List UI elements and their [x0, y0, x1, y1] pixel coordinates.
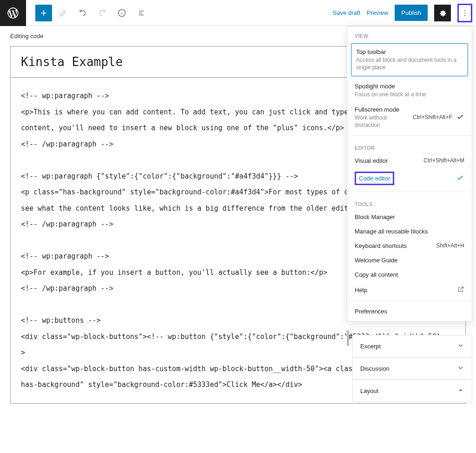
menu-keyboard-shortcuts-shortcut: Shift+Alt+H [436, 242, 464, 249]
options-dropdown: VIEW Top toolbar Access all block and do… [347, 26, 472, 322]
undo-icon [78, 8, 87, 18]
panel-layout-label: Layout [360, 387, 378, 394]
menu-code-editor[interactable]: Code editor [347, 168, 472, 189]
panel-excerpt-label: Excerpt [360, 343, 381, 350]
info-button[interactable] [113, 5, 130, 21]
add-block-button[interactable] [35, 5, 52, 21]
plus-icon [39, 8, 48, 18]
menu-top-toolbar-title: Top toolbar [356, 48, 463, 55]
section-label-view: VIEW [347, 27, 472, 41]
svg-point-3 [464, 15, 465, 16]
menu-block-manager-title: Block Manager [355, 213, 464, 220]
toolbar-left [26, 5, 150, 21]
list-icon [137, 8, 146, 18]
check-icon [456, 113, 464, 122]
editing-code-label: Editing code [10, 33, 44, 40]
svg-point-1 [464, 10, 465, 11]
chevron-down-icon [457, 364, 464, 373]
panel-discussion-label: Discussion [360, 365, 390, 372]
publish-button[interactable]: Publish [395, 5, 428, 21]
menu-help-title: Help [355, 286, 453, 293]
pencil-icon [59, 8, 68, 18]
divider [347, 301, 472, 301]
preview-button[interactable]: Preview [367, 9, 388, 16]
menu-fullscreen[interactable]: Fullscreen mode Work without distraction… [347, 102, 472, 133]
menu-spotlight-title: Spotlight mode [355, 83, 464, 90]
menu-reusable-blocks-title: Manage all reusable blocks [355, 228, 464, 235]
menu-visual-editor[interactable]: Visual editor Ctrl+Shift+Alt+M [347, 153, 472, 168]
menu-fullscreen-shortcut: Ctrl+Shift+Alt+F [413, 114, 452, 120]
external-link-icon [457, 286, 464, 294]
edit-button[interactable] [55, 5, 72, 21]
chevron-down-icon [457, 342, 464, 351]
menu-copy-all[interactable]: Copy all content [347, 267, 472, 282]
panel-layout[interactable]: Layout [352, 380, 472, 402]
menu-spotlight[interactable]: Spotlight mode Focus on one block at a t… [347, 79, 472, 102]
more-vertical-icon [461, 9, 469, 17]
outline-button[interactable] [133, 5, 150, 21]
check-icon [456, 173, 464, 183]
section-label-tools: TOOLS [347, 195, 472, 210]
sidebar-panels: Excerpt Discussion Layout [352, 335, 472, 402]
divider [347, 135, 472, 136]
menu-block-manager[interactable]: Block Manager [347, 210, 472, 224]
divider [347, 192, 472, 192]
panel-discussion[interactable]: Discussion [352, 357, 472, 380]
menu-fullscreen-title: Fullscreen mode [355, 106, 409, 113]
wp-logo[interactable] [0, 0, 26, 26]
menu-spotlight-desc: Focus on one block at a time [355, 91, 464, 98]
menu-reusable-blocks[interactable]: Manage all reusable blocks [347, 224, 472, 239]
panel-excerpt[interactable]: Excerpt [352, 335, 472, 357]
menu-visual-editor-title: Visual editor [355, 157, 420, 164]
wordpress-icon [7, 7, 20, 20]
menu-preferences-title: Preferences [355, 308, 464, 315]
info-icon [117, 8, 126, 18]
menu-top-toolbar-desc: Access all block and document tools in a… [356, 56, 463, 71]
menu-welcome-guide-title: Welcome Guide [355, 257, 464, 264]
caret-down-icon [457, 386, 464, 395]
menu-help[interactable]: Help [347, 282, 472, 298]
section-label-editor: EDITOR [347, 139, 472, 153]
save-draft-button[interactable]: Save draft [333, 9, 360, 16]
menu-fullscreen-desc: Work without distraction [355, 114, 409, 129]
undo-button[interactable] [74, 5, 91, 21]
menu-welcome-guide[interactable]: Welcome Guide [347, 253, 472, 267]
svg-point-2 [464, 12, 465, 13]
toolbar-right: Save draft Preview Publish [333, 4, 476, 22]
redo-button[interactable] [94, 5, 111, 21]
menu-keyboard-shortcuts[interactable]: Keyboard shortcuts Shift+Alt+H [347, 239, 472, 253]
menu-keyboard-shortcuts-title: Keyboard shortcuts [355, 242, 432, 249]
gear-icon [438, 8, 447, 18]
menu-preferences[interactable]: Preferences [347, 304, 472, 319]
more-menu-button[interactable] [457, 4, 472, 22]
menu-top-toolbar[interactable]: Top toolbar Access all block and documen… [351, 43, 468, 76]
menu-copy-all-title: Copy all content [355, 271, 464, 278]
scrollbar-thumb[interactable] [347, 330, 349, 346]
settings-button[interactable] [434, 5, 451, 21]
top-toolbar: Save draft Preview Publish [0, 0, 476, 26]
redo-icon [98, 8, 107, 18]
menu-code-editor-title: Code editor [355, 172, 394, 185]
menu-visual-editor-shortcut: Ctrl+Shift+Alt+M [423, 157, 464, 164]
